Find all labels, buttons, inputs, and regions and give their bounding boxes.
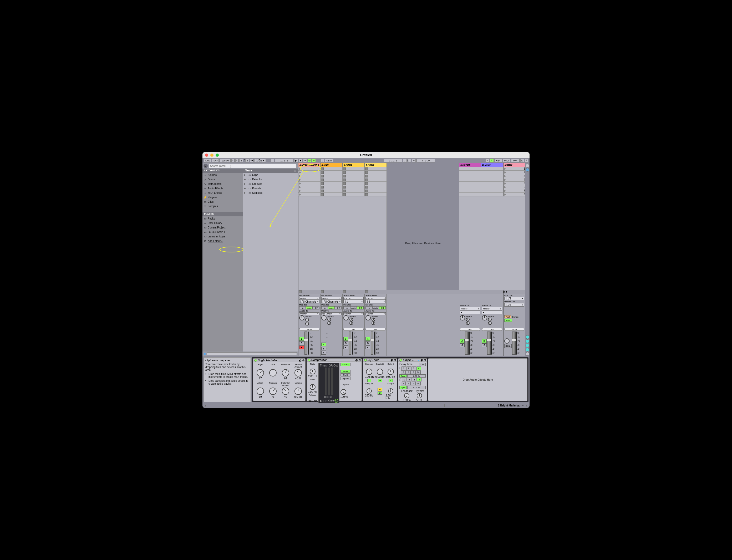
monitor-auto[interactable]: Auto xyxy=(350,306,357,309)
gain-low-knob[interactable] xyxy=(366,369,372,375)
clip-slot[interactable] xyxy=(321,182,343,185)
session-rec[interactable]: ○ xyxy=(321,159,324,162)
macro-knob[interactable]: Tone xyxy=(267,363,279,381)
arm-button[interactable]: ● xyxy=(343,345,348,349)
zoom-icon[interactable] xyxy=(216,154,219,157)
overdub-button[interactable]: ⟲ xyxy=(308,159,311,162)
audio-ch-select[interactable]: ‖ 1 xyxy=(343,300,364,303)
delay-div[interactable]: 6 xyxy=(406,370,411,374)
device-power-icon[interactable] xyxy=(308,359,311,362)
return-header-b[interactable]: B Delay xyxy=(481,163,503,167)
session-view-tab[interactable] xyxy=(526,164,529,167)
drywet-knob[interactable] xyxy=(340,389,346,395)
solo-button[interactable]: S xyxy=(482,343,487,347)
arm-button[interactable]: ● xyxy=(321,351,326,355)
place-user-library[interactable]: ⌂User Library xyxy=(202,221,243,225)
macro-knob[interactable]: Distortion Amount40 xyxy=(279,382,292,400)
clip-slot[interactable] xyxy=(298,167,321,171)
send-b-knob[interactable] xyxy=(488,321,492,325)
attack-knob[interactable] xyxy=(310,384,316,390)
clip-slot[interactable] xyxy=(298,189,321,193)
clip-slot[interactable] xyxy=(321,193,343,196)
sync-l-button[interactable]: Sync xyxy=(399,374,407,378)
search-input[interactable] xyxy=(209,164,296,168)
device-power-icon[interactable] xyxy=(364,359,367,362)
pan-knob[interactable] xyxy=(365,315,371,320)
monitor-off[interactable]: Off xyxy=(313,306,319,309)
track-stop[interactable] xyxy=(298,290,321,294)
compressor-display[interactable]: ThreshGROut 0.00 dB ◐⟐⫽Knee 6.0 dB xyxy=(318,363,339,406)
arrangement-view-tab[interactable] xyxy=(526,168,529,172)
device-power-icon[interactable] xyxy=(399,359,402,362)
key-map[interactable]: KEY xyxy=(495,159,502,162)
mixer-toggle[interactable] xyxy=(526,348,529,352)
device-save-icon[interactable]: ◐ xyxy=(390,359,393,362)
send-b-knob[interactable] xyxy=(305,322,309,325)
send-b-knob[interactable] xyxy=(349,321,353,325)
place-lacie[interactable]: ▭LaCie SAMPLE xyxy=(202,230,243,234)
audio-to-select[interactable]: Master xyxy=(460,307,480,310)
delay-div[interactable]: 4 xyxy=(416,366,421,370)
quantize-select[interactable]: 1 Bar ▾ xyxy=(254,159,266,162)
volume-field[interactable]: -Inf xyxy=(460,328,480,331)
track-activator[interactable]: 4 xyxy=(365,337,370,341)
drywet-knob[interactable] xyxy=(417,393,422,398)
slope-48[interactable]: 48 xyxy=(378,391,383,395)
freq-low-knob[interactable] xyxy=(367,388,372,394)
device-selector-icons[interactable]: ▫▪▫▫ xyxy=(521,404,524,407)
volume-slider[interactable] xyxy=(487,332,490,355)
folder-clips[interactable]: ▶▭Clips xyxy=(243,173,298,177)
audio-ch-select[interactable]: ‖ 2 xyxy=(365,300,386,303)
sig-den[interactable]: 4 xyxy=(245,159,249,162)
category-drums[interactable]: ♬Drums xyxy=(202,177,243,182)
metronome-button[interactable]: ○• xyxy=(250,159,253,162)
track-activator[interactable]: B xyxy=(482,339,487,343)
mid-kill[interactable]: M xyxy=(378,379,382,382)
place-current-project[interactable]: ▭Current Project xyxy=(202,225,243,230)
punch-out[interactable]: ¬ xyxy=(412,159,416,162)
status-triangle-icon[interactable]: ▲ xyxy=(204,404,207,407)
delay-div[interactable]: 8 xyxy=(411,382,416,385)
loop-start[interactable]: 3 . 1 . 1 xyxy=(384,159,402,162)
monitor-off[interactable]: Off xyxy=(357,306,364,309)
macro-knob[interactable]: Attack19 xyxy=(254,382,266,400)
delay-pct-r[interactable]: 0.00 % xyxy=(407,386,426,389)
delay-div[interactable]: 8 xyxy=(411,370,416,374)
tempo-nudge-up[interactable]: ⦀ xyxy=(235,159,238,162)
send-b-knob[interactable] xyxy=(466,321,470,325)
audio-ch-select[interactable] xyxy=(482,311,502,314)
volume-field[interactable]: -Inf xyxy=(365,328,386,331)
clip-slot[interactable] xyxy=(365,185,387,189)
cue-out-select[interactable]: ‖ 1/2 xyxy=(504,297,524,300)
device-save-icon[interactable]: ◐ xyxy=(355,359,358,362)
monitor-in[interactable]: In xyxy=(321,306,328,309)
drop-files-area[interactable]: Drop Files and Devices Here xyxy=(387,196,459,290)
preview-play-icon[interactable]: ▶ xyxy=(204,164,208,168)
send-a-knob[interactable] xyxy=(349,318,353,321)
macro-knob[interactable]: Release71 xyxy=(267,382,279,400)
folder-grooves[interactable]: ▶▭Grooves xyxy=(243,182,298,186)
return-header-a[interactable]: A Reverb xyxy=(459,163,481,167)
track-activator[interactable]: 1 xyxy=(299,337,304,341)
clip-slot[interactable] xyxy=(365,171,387,174)
clip-slot[interactable] xyxy=(298,193,321,196)
delay-div[interactable]: 5 xyxy=(401,382,406,385)
volume-field[interactable]: -Inf xyxy=(343,328,364,331)
folder-presets[interactable]: ▶▭Presets xyxy=(243,186,298,191)
clip-slot[interactable] xyxy=(321,171,343,174)
pan-knob[interactable] xyxy=(343,315,349,320)
browser-preview-icon[interactable]: ◉ xyxy=(204,352,206,355)
clip-slot[interactable] xyxy=(321,167,343,171)
clip-slot[interactable] xyxy=(298,185,321,189)
category-instruments[interactable]: ∿Instruments xyxy=(202,182,243,186)
send-a-knob[interactable] xyxy=(372,318,375,321)
volume-slider[interactable] xyxy=(304,332,307,355)
expand-button[interactable]: Expand xyxy=(340,377,350,380)
loop-length[interactable]: 4 . 0 . 0 xyxy=(416,159,435,162)
clip-slot[interactable] xyxy=(321,178,343,182)
monitor-in[interactable]: In xyxy=(343,306,350,309)
track-header-4[interactable]: 4 Audio xyxy=(365,163,387,167)
clip-slot[interactable] xyxy=(343,171,365,174)
scene-launch[interactable]: 6 xyxy=(503,185,525,189)
play-button[interactable]: ▶ xyxy=(294,159,298,162)
